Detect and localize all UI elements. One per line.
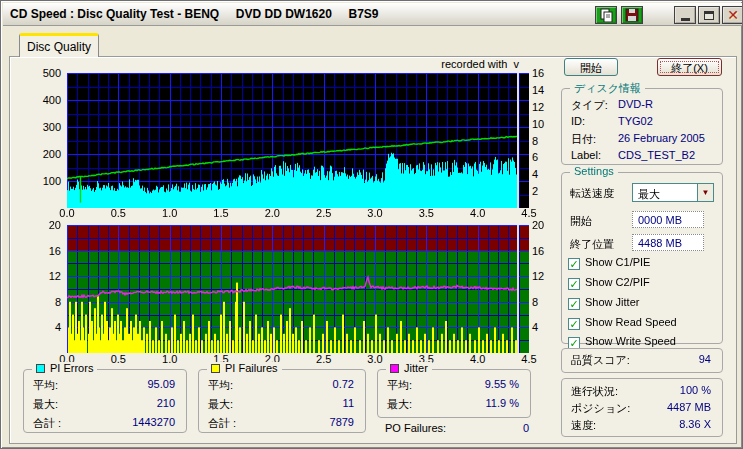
stat-label: 合計 : — [208, 416, 236, 431]
axis-tick: 12 — [27, 270, 61, 282]
axis-tick: 16 — [532, 245, 562, 257]
checkbox-show-jitter[interactable]: ✓Show Jitter — [568, 296, 639, 310]
pi-errors-group-title: PI Errors — [32, 362, 97, 374]
close-icon: ✕ — [727, 8, 739, 22]
checkbox-label: Show C1/PIE — [585, 256, 650, 268]
disc-info-label: ID: — [571, 115, 585, 127]
start-pos-label: 開始 — [570, 214, 592, 229]
checkbox-show-c2-pif[interactable]: ✓Show C2/PIF — [568, 276, 650, 290]
jitter-group: Jitter 平均:9.55 % 最大:11.9 % — [377, 369, 531, 418]
stat-value: 9.55 % — [485, 378, 519, 390]
axis-tick: 20 — [532, 219, 562, 231]
position-label: ポジション: — [571, 401, 630, 416]
axis-tick: 4 — [532, 321, 562, 333]
axis-tick: 4.0 — [463, 207, 493, 219]
stat-label: 最大: — [208, 397, 233, 412]
minimize-button[interactable] — [674, 6, 696, 24]
stat-label: 最大: — [387, 397, 412, 412]
settings-group: Settings 転送速度 最大 ▼ 開始 0000 MB 終了位置 4488 … — [561, 172, 723, 344]
axis-tick: 2 — [532, 185, 562, 197]
axis-tick: 12 — [532, 270, 562, 282]
disc-date-value: 26 February 2005 — [618, 132, 705, 144]
stat-label: 合計 : — [33, 416, 61, 431]
axis-tick: 3.5 — [411, 207, 441, 219]
stat-value: 1443270 — [132, 416, 175, 428]
transfer-speed-select[interactable]: 最大 ▼ — [632, 183, 714, 202]
axis-tick: 0.0 — [52, 207, 82, 219]
axis-tick: 100 — [27, 175, 61, 187]
checkbox-label: Show Read Speed — [585, 316, 677, 328]
exit-button[interactable]: 終了(X) — [657, 58, 722, 76]
axis-tick: 3.0 — [360, 207, 390, 219]
stat-label: 平均: — [33, 378, 58, 393]
checkbox-icon[interactable]: ✓ — [568, 258, 580, 270]
maximize-button[interactable] — [698, 6, 720, 24]
checkbox-label: Show C2/PIF — [585, 276, 650, 288]
checkbox-show-write-speed[interactable]: ✓Show Write Speed — [568, 335, 676, 349]
checkbox-show-c1-pie[interactable]: ✓Show C1/PIE — [568, 256, 650, 270]
save-button[interactable] — [621, 6, 643, 24]
stat-value: 11.9 % — [486, 397, 519, 409]
axis-tick: 16 — [532, 67, 562, 79]
transfer-speed-value: 最大 — [638, 187, 660, 202]
po-failures-value: 0 — [523, 422, 529, 434]
axis-tick: 14 — [532, 84, 562, 96]
pi-failures-swatch-icon — [211, 364, 220, 373]
pi-errors-group: PI Errors 平均:95.09 最大:210 合計 :1443270 — [23, 369, 187, 433]
axis-tick: 500 — [27, 67, 61, 79]
axis-tick: 8 — [532, 296, 562, 308]
axis-tick: 1.5 — [206, 207, 236, 219]
axis-tick: 300 — [27, 121, 61, 133]
axis-tick: 4 — [27, 321, 61, 333]
po-failures-row: PO Failures: 0 — [385, 422, 529, 436]
copy-button[interactable] — [595, 6, 617, 24]
chevron-down-icon[interactable]: ▼ — [697, 184, 713, 201]
stat-value: 7879 — [330, 416, 354, 428]
pi-errors-swatch-icon — [36, 364, 45, 373]
axis-tick: 4 — [532, 168, 562, 180]
checkbox-label: Show Write Speed — [585, 335, 676, 347]
stat-label: 最大: — [33, 397, 58, 412]
checkbox-icon[interactable]: ✓ — [568, 298, 580, 310]
stat-label: 平均: — [387, 378, 412, 393]
end-pos-field[interactable]: 4488 MB — [632, 234, 704, 251]
start-button[interactable]: 開始 — [564, 58, 618, 76]
axis-tick: 8 — [532, 135, 562, 147]
stat-label: 平均: — [208, 378, 233, 393]
stat-value: 11 — [343, 397, 354, 409]
axis-tick: 2.5 — [309, 207, 339, 219]
copy-icon — [599, 8, 613, 22]
transfer-speed-label: 転送速度 — [570, 186, 614, 201]
checkbox-show-read-speed[interactable]: ✓Show Read Speed — [568, 316, 677, 330]
speed-label: 速度: — [571, 418, 596, 433]
disc-info-label: Label: — [571, 149, 601, 161]
start-pos-field[interactable]: 0000 MB — [632, 211, 704, 228]
disc-id-value: TYG02 — [618, 115, 653, 127]
quality-score-label: 品質スコア: — [571, 353, 630, 368]
checkbox-icon[interactable]: ✓ — [568, 278, 580, 290]
speed-value: 8.36 X — [679, 418, 711, 430]
po-failures-label: PO Failures: — [385, 422, 446, 434]
axis-tick: 2.0 — [257, 207, 287, 219]
axis-tick: 20 — [27, 219, 61, 231]
pi-errors-chart — [67, 73, 529, 208]
pi-failures-chart — [67, 225, 529, 353]
save-icon — [625, 8, 639, 22]
close-button[interactable]: ✕ — [722, 6, 743, 24]
axis-tick: 0.5 — [103, 207, 133, 219]
axis-tick: 400 — [27, 94, 61, 106]
tab-disc-quality[interactable]: Disc Quality — [19, 33, 99, 57]
settings-group-title: Settings — [570, 165, 618, 177]
axis-tick: 8 — [27, 296, 61, 308]
progress-label: 進行状況: — [571, 384, 618, 399]
pi-failures-group-title: PI Failures — [207, 362, 282, 374]
axis-tick: 6 — [532, 151, 562, 163]
position-value: 4487 MB — [667, 401, 711, 413]
recorded-with-note: recorded with v — [381, 58, 519, 70]
disc-info-label: タイプ: — [571, 98, 608, 113]
checkbox-icon[interactable]: ✓ — [568, 318, 580, 330]
window-title: CD Speed : Disc Quality Test - BENQ DVD … — [10, 7, 379, 21]
pi-failures-group: PI Failures 平均:0.72 最大:11 合計 :7879 — [198, 369, 366, 433]
axis-tick: 0.5 — [103, 353, 133, 365]
disc-info-label: 日付: — [571, 132, 596, 147]
